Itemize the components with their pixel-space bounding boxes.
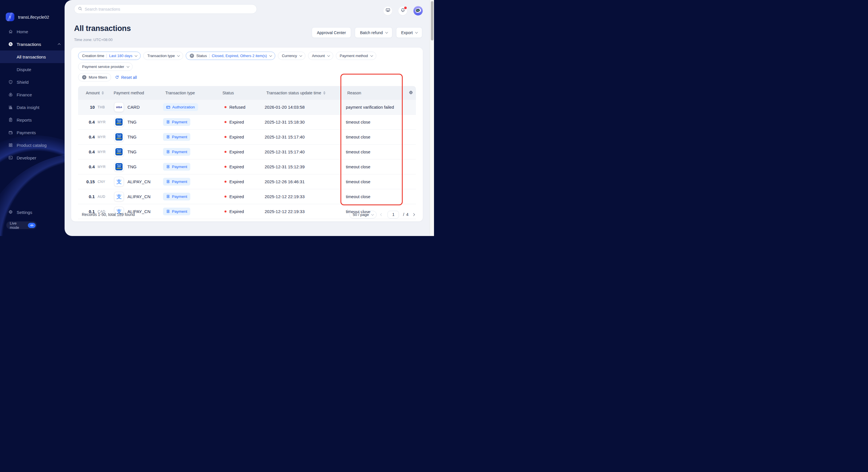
live-mode-toggle[interactable]: </> [28,223,36,228]
filter-amount[interactable]: Amount [308,52,333,60]
avatar[interactable] [413,6,423,15]
currency-code: THB [98,105,105,109]
export-button[interactable]: Export [396,27,422,38]
prev-page-button[interactable] [381,213,383,216]
current-page-input[interactable]: 1 [388,211,399,218]
table-row[interactable]: 0.4 MYR TouchnGOeWallet TNG Payment Expi… [78,160,416,174]
column-header-amount[interactable]: Amount [78,91,110,95]
sidebar-item-label: Developer [17,156,36,160]
gear-icon [8,209,13,215]
refresh-icon [115,75,119,80]
transaction-type-icon [166,135,170,139]
page-size-select[interactable]: 50 / page [349,211,377,218]
filter-chips-row-1: Creation time Last 180 days Transaction … [78,52,416,71]
transaction-type-cell: Payment [163,118,222,126]
batch-refund-button[interactable]: Batch refund [355,27,392,38]
transaction-type-label: Payment [172,120,187,124]
table-row[interactable]: 0.4 MYR TouchnGOeWallet TNG Payment Expi… [78,130,416,144]
workspace-switcher[interactable]: t transLifecycle02 [6,12,65,21]
filter-status[interactable]: ✕ Status Closed, Expired, Others 2 item(… [186,52,275,60]
sidebar-item-developer[interactable]: Developer [0,151,65,164]
status-cell: Expired [222,164,265,169]
reset-all-button[interactable]: Reset all [114,73,138,81]
transaction-type-cell: Payment [163,133,222,141]
table-header: Amount Payment method Transaction type S… [78,86,416,100]
currency-code: MYR [98,135,105,139]
sidebar-item-all-transactions[interactable]: All transactions [0,50,65,63]
sidebar-item-payments[interactable]: Payments [0,126,65,139]
more-filters-button[interactable]: + More filters [78,73,111,81]
amount-value: 0.15 [78,179,95,184]
clear-filter-icon[interactable]: ✕ [190,54,194,58]
button-label: Approval Center [317,30,346,35]
wallet-icon [8,130,13,135]
transactions-table: Amount Payment method Transaction type S… [78,86,416,219]
total-pages-value: 4 [406,212,408,217]
amount-cell: 10 THB [78,105,110,109]
table-row[interactable]: 10 THB VISA CARD Authorization Refused 2… [78,100,416,115]
sidebar-item-label: Payments [17,130,36,135]
payment-method-name: TNG [127,149,136,154]
filter-payment-service-provider[interactable]: Payment service provider [78,63,133,71]
sidebar-item-shield[interactable]: Shield [0,76,65,88]
transaction-type-icon [166,180,170,183]
scrollbar-thumb[interactable] [431,1,433,40]
search-input[interactable] [85,7,253,11]
table-row[interactable]: 0.1 AUD 支 ALIPAY_CN Payment Expired 2025… [78,189,416,204]
status-label: Expired [229,149,244,154]
notifications-button[interactable] [398,7,407,15]
table-body: 10 THB VISA CARD Authorization Refused 2… [78,100,416,219]
search-icon [78,6,82,12]
workspace-logo-letter: t [9,15,11,19]
filter-chips-row-2: + More filters Reset all [78,73,416,81]
table-row[interactable]: 0.15 CNY 支 ALIPAY_CN Payment Expired 202… [78,174,416,189]
chevron-down-icon [327,54,330,57]
transaction-type-tag: Payment [163,133,190,141]
sidebar-item-product-catalog[interactable]: Product catalog [0,139,65,151]
filter-payment-method[interactable]: Payment method [336,52,376,60]
sidebar-item-finance[interactable]: Finance [0,88,65,101]
status-label: Expired [229,164,244,169]
column-header-update-time[interactable]: Transaction status update time [265,91,346,95]
current-page-value: 1 [392,212,394,217]
transaction-type-label: Payment [172,179,187,184]
column-label: Status [222,91,234,95]
column-settings-button[interactable] [406,90,416,96]
chevron-down-icon [371,213,374,216]
sidebar-item-transactions[interactable]: Transactions [0,38,65,50]
table-row[interactable]: 0.4 MYR TouchnGOeWallet TNG Payment Expi… [78,144,416,160]
window-scrollbar[interactable] [430,0,434,236]
status-cell: Expired [222,179,265,184]
notification-badge [404,7,407,9]
workspace-name: transLifecycle02 [18,14,49,20]
divider [209,54,210,58]
transactions-icon [8,42,13,47]
sidebar-item-reports[interactable]: Reports [0,113,65,126]
button-label: Batch refund [360,30,383,35]
filter-currency[interactable]: Currency [278,52,305,60]
bar-chart-icon [8,105,13,110]
table-row[interactable]: 0.4 MYR TouchnGOeWallet TNG Payment Expi… [78,115,416,130]
live-mode-label: Live mode [10,221,26,230]
sidebar-item-settings[interactable]: Settings [0,206,65,218]
feedback-button[interactable] [383,7,392,15]
transaction-type-icon [166,150,170,154]
filter-creation-time[interactable]: Creation time Last 180 days [78,52,141,60]
amount-cell: 0.4 MYR [78,149,110,154]
sidebar-item-dispute[interactable]: Dispute [0,63,65,76]
status-cell: Expired [222,134,265,139]
pagination: 50 / page 1 / 4 [349,211,415,218]
chevron-down-icon [299,54,302,57]
filter-value: Last 180 days [109,54,132,58]
sidebar-item-data-insight[interactable]: Data insight [0,101,65,113]
sidebar-item-home[interactable]: Home [0,25,65,38]
filter-transaction-type[interactable]: Transaction type [143,52,183,60]
transactions-card: Creation time Last 180 days Transaction … [71,47,423,222]
transaction-type-cell: Payment [163,163,222,171]
search-bar[interactable] [74,4,257,14]
filter-label: Creation time [82,54,104,58]
next-page-button[interactable] [412,213,415,216]
approval-center-button[interactable]: Approval Center [312,27,351,38]
status-cell: Expired [222,120,265,125]
sidebar-item-label: Finance [17,92,32,97]
